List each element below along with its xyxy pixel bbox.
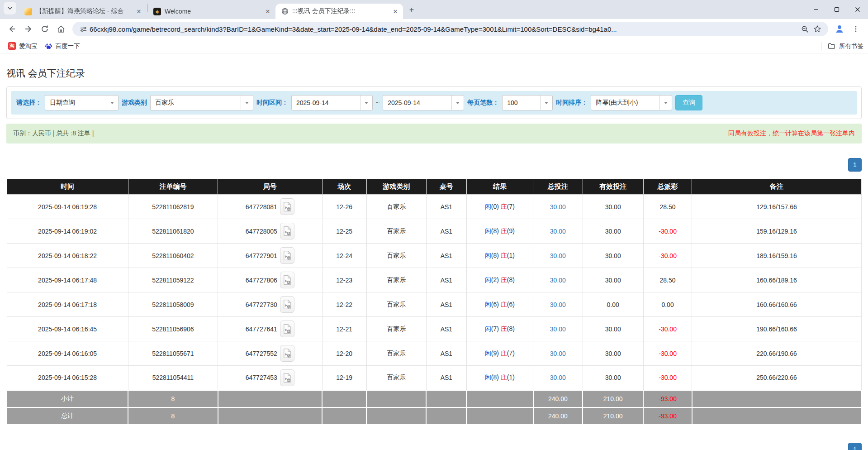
total-bet-link[interactable]: 30.00: [550, 277, 566, 284]
forward-button[interactable]: [21, 21, 36, 37]
total-bet-link[interactable]: 30.00: [550, 203, 566, 211]
date-start-select[interactable]: 2025-09-14: [291, 95, 373, 110]
empty-cell: [366, 407, 426, 425]
chevron-down-icon[interactable]: [659, 96, 672, 110]
tab-strip: 【新提醒】海燕策略论坛 - 综合 ✕ ◆ Welcome ✕ :::视讯 会员下…: [0, 0, 868, 19]
empty-cell: [466, 390, 533, 407]
date-end-value: 2025-09-14: [383, 96, 451, 110]
result-cell: 闲(8) 庄(1): [466, 244, 533, 268]
baidu-paw-icon: [45, 42, 52, 50]
new-tab-button[interactable]: +: [406, 4, 417, 16]
bet-number-cell: 522811055671: [128, 341, 218, 366]
total-bet-cell[interactable]: 30.00: [533, 341, 583, 366]
total-bet-cell[interactable]: 30.00: [533, 268, 583, 292]
all-bookmarks[interactable]: 所有书签: [821, 42, 863, 50]
subtotal-row: 小计8240.00210.00-93.00: [7, 390, 861, 407]
maximize-button[interactable]: [826, 0, 847, 19]
tab-close-icon[interactable]: ✕: [264, 7, 272, 15]
empty-cell: [466, 407, 533, 425]
date-start-value: 2025-09-14: [292, 96, 360, 110]
page-title: 视讯 会员下注纪录: [6, 67, 862, 80]
browser-toolbar: 66cxkj98.com/game/betrecord_search/kind3…: [0, 19, 868, 39]
profile-avatar[interactable]: [832, 21, 847, 37]
query-type-select[interactable]: 日期查询: [45, 95, 119, 110]
session-cell: 12-22: [322, 292, 366, 317]
video-replay-button[interactable]: [280, 272, 294, 288]
bookmark-baidu[interactable]: 百度一下: [41, 40, 84, 52]
round-number: 647727453: [246, 374, 277, 381]
round-number: 647727641: [246, 326, 277, 333]
summary-valid-bet-cell: 210.00: [583, 390, 643, 407]
time-cell: 2025-09-14 06:15:28: [7, 366, 128, 390]
sort-value: 降幂(由大到小): [591, 96, 659, 110]
video-replay-button[interactable]: [280, 296, 294, 313]
page-1-button[interactable]: 1: [848, 443, 862, 450]
video-replay-button[interactable]: [280, 345, 294, 362]
date-end-select[interactable]: 2025-09-14: [383, 95, 464, 110]
per-page-select[interactable]: 100: [502, 95, 553, 110]
bookmark-aitaobao[interactable]: 淘 爱淘宝: [5, 40, 41, 52]
column-header: 桌号: [426, 179, 466, 195]
chevron-down-icon[interactable]: [241, 96, 253, 110]
menu-kebab-icon[interactable]: [848, 21, 863, 37]
video-replay-button[interactable]: [280, 369, 294, 386]
result-cell: 闲(8) 庄(9): [466, 219, 533, 244]
search-button[interactable]: 查询: [675, 95, 702, 110]
zoom-icon[interactable]: [798, 23, 811, 35]
video-replay-button[interactable]: [280, 247, 294, 264]
sort-label: 时间排序：: [556, 99, 588, 107]
game-type-select[interactable]: 百家乐: [150, 95, 253, 110]
home-button[interactable]: [53, 21, 69, 37]
url-bar[interactable]: 66cxkj98.com/game/betrecord_search/kind3…: [72, 22, 828, 36]
total-bet-cell[interactable]: 30.00: [533, 219, 583, 244]
url-text[interactable]: 66cxkj98.com/game/betrecord_search/kind3…: [90, 25, 798, 33]
reload-button[interactable]: [37, 21, 52, 37]
table-number-cell: AS1: [426, 317, 466, 341]
range-separator: ~: [376, 99, 379, 106]
total-bet-cell[interactable]: 30.00: [533, 244, 583, 268]
tab-close-icon[interactable]: ✕: [135, 7, 143, 15]
total-bet-link[interactable]: 30.00: [550, 374, 566, 381]
close-window-button[interactable]: [847, 0, 868, 19]
site-settings-icon[interactable]: [77, 23, 90, 35]
time-cell: 2025-09-14 06:16:05: [7, 341, 128, 366]
all-bookmarks-label: 所有书签: [839, 42, 863, 50]
minimize-button[interactable]: [806, 0, 826, 19]
session-cell: 12-26: [322, 195, 366, 219]
bookmark-star-icon[interactable]: [811, 23, 824, 35]
tab-welcome[interactable]: ◆ Welcome ✕: [148, 4, 275, 19]
tab-title: Welcome: [165, 8, 260, 15]
banker-result: 庄: [501, 373, 507, 381]
chevron-down-icon[interactable]: [540, 96, 552, 110]
tab-close-icon[interactable]: ✕: [391, 7, 399, 15]
total-bet-cell[interactable]: 30.00: [533, 366, 583, 390]
total-bet-cell[interactable]: 30.00: [533, 317, 583, 341]
total-bet-link[interactable]: 30.00: [550, 228, 566, 235]
total-bet-link[interactable]: 30.00: [550, 252, 566, 259]
total-bet-link[interactable]: 30.00: [550, 301, 566, 308]
table-number-cell: AS1: [426, 268, 466, 292]
tab-bet-records-active[interactable]: :::视讯 会员下注纪录::: ✕: [275, 4, 403, 19]
total-bet-link[interactable]: 30.00: [550, 326, 566, 333]
valid-bet-cell: 30.00: [583, 244, 643, 268]
summary-valid-bet-cell: 210.00: [583, 407, 643, 425]
video-replay-button[interactable]: [280, 223, 294, 239]
banker-result: 庄: [501, 227, 507, 235]
page-1-button[interactable]: 1: [848, 158, 862, 172]
chevron-down-icon[interactable]: [106, 96, 118, 110]
tab-search-button[interactable]: [4, 2, 16, 14]
total-bet-link[interactable]: 30.00: [550, 350, 566, 357]
chevron-down-icon[interactable]: [451, 96, 464, 110]
sort-select[interactable]: 降幂(由大到小): [591, 95, 672, 110]
back-button[interactable]: [5, 21, 20, 37]
video-replay-button[interactable]: [280, 198, 294, 215]
chevron-down-icon[interactable]: [360, 96, 372, 110]
tab-forum[interactable]: 【新提醒】海燕策略论坛 - 综合 ✕: [19, 4, 147, 19]
round-number-cell: 647728005: [218, 219, 322, 244]
video-replay-button[interactable]: [280, 321, 294, 337]
filter-panel: 请选择： 日期查询 游戏类别 百家乐 时间区间： 2025-09-14 ~: [6, 86, 862, 119]
game-type-label: 游戏类别: [122, 99, 147, 107]
total-bet-cell[interactable]: 30.00: [533, 195, 583, 219]
total-bet-cell[interactable]: 30.00: [533, 292, 583, 317]
video-replay-icon: [283, 250, 291, 261]
